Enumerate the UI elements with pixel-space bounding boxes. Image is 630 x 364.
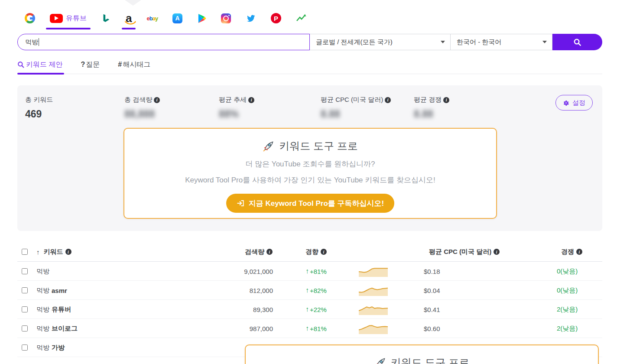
google-play-icon	[197, 13, 206, 23]
platform-tab-twitter[interactable]	[238, 10, 263, 27]
platform-tab-google-play[interactable]	[190, 10, 214, 27]
stats-panel: 총 키워드 469 총 검색량i 88,888 평균 추세i 88% 평균 CP…	[17, 85, 602, 231]
cpc-cell: $0.18	[424, 262, 440, 281]
select-all-checkbox[interactable]	[22, 249, 28, 255]
info-icon[interactable]: i	[576, 249, 582, 255]
stat-avg-cpc: 평균 CPC (미국 달러)i 8.88	[321, 96, 391, 120]
keyword-cell[interactable]: 먹방브이로그	[36, 319, 78, 338]
chevron-down-icon	[542, 41, 547, 43]
competition-cell: 0(낮음)	[557, 281, 578, 300]
trend-cell: ↑+22%	[305, 300, 327, 319]
platform-bar: 유튜브 a ebay A P	[17, 7, 314, 29]
platform-tab-instagram[interactable]	[214, 10, 238, 27]
row-checkbox[interactable]	[22, 306, 28, 312]
promo-line-1: 더 많은 YouTube 조회수를 원하십니까?	[124, 159, 496, 169]
trend-cell: ↑+82%	[305, 281, 327, 300]
volume-cell: 812,000	[208, 281, 273, 300]
stat-label: 총 키워드	[25, 96, 53, 104]
result-tabs: 키워드 제안 ? 질문 # 해시태그	[17, 55, 602, 74]
promo-title-row: 키워드 도구 프로	[124, 139, 496, 153]
platform-tab-youtube[interactable]: 유튜브	[42, 10, 94, 27]
column-header-cpc[interactable]: 평균 CPC (미국 달러) i	[429, 242, 500, 262]
promo-title-row: 키워드 도구 프로	[246, 356, 598, 364]
ebay-icon: ebay	[146, 14, 158, 22]
tab-keyword-suggestions[interactable]: 키워드 제안	[17, 55, 62, 74]
cpc-cell: $0.04	[424, 281, 440, 300]
trend-up-icon: ↑	[305, 267, 309, 275]
sparkline-chart	[359, 319, 388, 338]
text-cursor	[39, 38, 39, 46]
country-select[interactable]: 글로벌 / 전세계(모든 국가)	[310, 34, 451, 50]
keyword-cell[interactable]: 먹방	[36, 262, 49, 281]
row-checkbox[interactable]	[22, 287, 28, 293]
gear-icon	[563, 100, 569, 106]
info-icon[interactable]: i	[154, 97, 160, 103]
settings-label: 설정	[572, 99, 585, 107]
info-icon[interactable]: i	[385, 97, 391, 103]
stat-value-blurred: 88%	[219, 108, 254, 120]
search-button[interactable]	[552, 34, 602, 50]
rocket-icon	[263, 140, 275, 152]
platform-tab-google[interactable]	[17, 10, 42, 27]
trend-up-icon: ↑	[305, 286, 309, 294]
settings-button[interactable]: 설정	[555, 95, 593, 110]
row-checkbox[interactable]	[22, 268, 28, 274]
keyword-table: ↑ 키워드 i 검색량 i 경향 i 평균 CPC (미국 달러) i 경쟁 i…	[17, 242, 602, 357]
table-row: 먹방브이로그 987,000 ↑+81% $0.60 2(낮음)	[17, 319, 602, 338]
promo-title: 키워드 도구 프로	[279, 139, 357, 153]
platform-tab-app-store[interactable]: A	[165, 10, 190, 27]
tab-label: 질문	[86, 60, 100, 69]
platform-tab-ebay[interactable]: ebay	[139, 10, 165, 27]
trend-up-icon: ↑	[305, 306, 309, 313]
keyword-cell[interactable]: 먹방유튜버	[36, 300, 71, 319]
competition-cell: 0(낮음)	[557, 262, 578, 281]
platform-tab-bing[interactable]	[94, 10, 118, 27]
cpc-cell: $0.60	[424, 319, 440, 338]
info-icon[interactable]: i	[443, 97, 449, 103]
info-icon[interactable]: i	[321, 249, 327, 255]
pro-promo-banner-bottom: 키워드 도구 프로	[245, 344, 599, 364]
column-header-trend[interactable]: 경향 i	[305, 242, 327, 262]
sort-asc-icon: ↑	[36, 248, 40, 256]
stat-avg-competition: 평균 경쟁i 8.88	[414, 96, 449, 120]
info-icon[interactable]: i	[248, 97, 254, 103]
keyword-cell[interactable]: 먹방asmr	[36, 281, 67, 300]
volume-cell: 9,021,000	[208, 262, 273, 281]
column-label: 평균 CPC (미국 달러)	[429, 248, 491, 256]
amazon-icon: a	[126, 14, 132, 23]
search-icon	[17, 61, 25, 68]
subscribe-pro-button[interactable]: 지금 Keyword Tool Pro를 구독하십시오!	[226, 194, 394, 213]
pinterest-icon: P	[271, 13, 281, 23]
hashtag-icon: #	[118, 61, 122, 68]
promo-title: 키워드 도구 프로	[391, 356, 469, 364]
column-label: 경쟁	[561, 248, 574, 256]
platform-tab-pinterest[interactable]: P	[263, 10, 289, 27]
competition-cell: 2(낮음)	[557, 319, 578, 338]
info-icon[interactable]: i	[266, 249, 273, 255]
language-select[interactable]: 한국어 - 한국어	[451, 34, 552, 50]
row-checkbox[interactable]	[22, 325, 28, 332]
tab-questions[interactable]: ? 질문	[81, 55, 100, 74]
sparkline-chart	[359, 300, 388, 319]
tab-hashtags[interactable]: # 해시태그	[118, 55, 150, 74]
platform-tab-trends[interactable]	[289, 10, 314, 27]
row-checkbox[interactable]	[22, 344, 28, 351]
trends-icon	[296, 14, 306, 23]
subscribe-pro-label: 지금 Keyword Tool Pro를 구독하십시오!	[249, 198, 384, 208]
info-icon[interactable]: i	[494, 249, 500, 255]
platform-tab-amazon[interactable]: a	[118, 10, 139, 27]
column-header-competition[interactable]: 경쟁 i	[561, 242, 582, 262]
column-label: 경향	[305, 248, 318, 256]
info-icon[interactable]: i	[65, 249, 71, 255]
search-input[interactable]: 먹방	[17, 34, 310, 50]
search-query-text: 먹방	[25, 38, 38, 46]
sparkline-chart	[359, 262, 388, 281]
youtube-tab-label: 유튜브	[66, 14, 87, 23]
stat-label: 총 검색량	[124, 96, 152, 104]
stat-value-blurred: 8.88	[414, 108, 449, 120]
keyword-cell[interactable]: 먹방가방	[36, 338, 65, 357]
column-header-keyword[interactable]: ↑ 키워드 i	[36, 242, 71, 262]
country-select-value: 글로벌 / 전세계(모든 국가)	[316, 38, 393, 46]
stat-total-volume: 총 검색량i 88,888	[124, 96, 160, 120]
column-header-volume[interactable]: 검색량 i	[245, 242, 273, 262]
